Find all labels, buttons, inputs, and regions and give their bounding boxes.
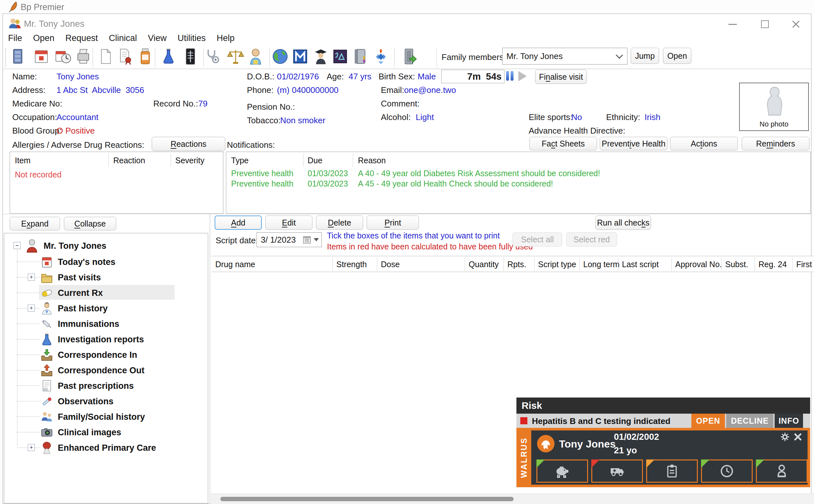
tree-item-family-social-history[interactable]: Family/Social history <box>40 409 145 424</box>
patient-list-icon[interactable] <box>9 48 26 65</box>
walrus-ambulance-tile[interactable] <box>591 459 643 483</box>
timer-play-button[interactable] <box>518 71 527 81</box>
maximize-button[interactable] <box>758 19 772 30</box>
add-button[interactable]: Add <box>215 216 262 230</box>
medicolegal-scales-icon[interactable] <box>227 48 244 65</box>
anatomy-3d-icon[interactable] <box>331 48 349 65</box>
open-button[interactable]: Open <box>663 48 691 64</box>
allergies-col-reaction[interactable]: Reaction <box>113 156 145 165</box>
mims-icon[interactable] <box>291 48 309 65</box>
col-long-term[interactable]: Long term <box>583 260 620 269</box>
col-drug-name[interactable]: Drug name <box>215 260 255 269</box>
tree-item-enhanced-primary-care[interactable]: Enhanced Primary Care <box>40 440 156 455</box>
dropdown-arrow-icon[interactable] <box>314 238 319 241</box>
col-approval-no[interactable]: Approval No. <box>675 260 722 269</box>
timer-pause-button[interactable] <box>506 71 514 81</box>
tree-item-todays-notes[interactable]: Today's notes <box>40 255 115 269</box>
col-subst[interactable]: Subst. <box>725 260 748 269</box>
tree-item-observations[interactable]: Observations <box>40 394 114 409</box>
tree-item-past-history[interactable]: Past history <box>40 301 108 316</box>
select-red-button[interactable]: Select red <box>566 232 617 247</box>
col-first-script[interactable]: First s <box>796 260 814 269</box>
menu-open[interactable]: Open <box>28 32 60 45</box>
close-patient-door-icon[interactable] <box>401 48 418 65</box>
collapse-button[interactable]: Collapse <box>64 217 116 230</box>
walrus-tasks-tile[interactable] <box>646 459 698 483</box>
letter-certificate-icon[interactable] <box>117 48 134 65</box>
tree-item-current-rx[interactable]: Current Rx <box>40 286 103 300</box>
jump-button[interactable]: Jump <box>631 48 659 64</box>
print-button[interactable]: Print <box>367 216 419 230</box>
child-patient-icon[interactable] <box>247 48 264 65</box>
delete-button[interactable]: Delete <box>316 216 363 230</box>
internet-globe-icon[interactable] <box>271 48 289 65</box>
tree-expander[interactable] <box>28 444 35 451</box>
risk-decline-button[interactable]: DECLINE <box>726 414 773 428</box>
references-book-icon[interactable] <box>351 48 369 65</box>
stethoscope-icon[interactable] <box>204 48 222 65</box>
reactions-button[interactable]: Reactions <box>152 137 225 151</box>
tree-item-past-visits[interactable]: Past visits <box>40 270 101 285</box>
tree-item-investigation-reports[interactable]: Investigation reports <box>40 332 144 347</box>
walrus-finance-tile[interactable] <box>536 459 588 483</box>
risk-open-button[interactable]: OPEN <box>691 414 725 428</box>
pathology-flask-icon[interactable] <box>160 48 177 65</box>
new-document-icon[interactable] <box>97 48 114 65</box>
col-reg-24[interactable]: Reg. 24 <box>758 260 787 269</box>
menu-utilities[interactable]: Utilities <box>172 32 211 45</box>
reminders-button[interactable]: Reminders <box>742 137 809 150</box>
tree-item-clinical-images[interactable]: Clinical images <box>40 425 121 440</box>
risk-info-button[interactable]: INFO <box>775 414 803 428</box>
select-all-button[interactable]: Select all <box>513 232 562 247</box>
finalise-visit-button[interactable]: Finalise visit <box>535 70 587 84</box>
col-quantity[interactable]: Quantity <box>469 260 499 269</box>
preventive-health-button[interactable]: Preventive Health <box>600 137 667 150</box>
walrus-history-tile[interactable] <box>701 459 753 483</box>
horizontal-scrollbar-thumb[interactable] <box>220 497 514 501</box>
run-all-checks-button[interactable]: Run all checks <box>595 216 651 230</box>
prescription-bottle-icon[interactable] <box>137 48 154 65</box>
minimize-button[interactable] <box>726 19 740 30</box>
allergies-col-severity[interactable]: Severity <box>175 156 204 165</box>
allergies-col-item[interactable]: Item <box>15 156 31 165</box>
patient-education-icon[interactable] <box>312 48 330 65</box>
tree-expander[interactable] <box>28 274 35 281</box>
col-last-script[interactable]: Last script <box>622 260 659 269</box>
expand-button[interactable]: Expand <box>10 217 60 230</box>
col-script-type[interactable]: Script type <box>538 260 576 269</box>
horizontal-scrollbar-track[interactable] <box>211 494 814 504</box>
bp-diamond-icon[interactable] <box>372 48 390 65</box>
close-button[interactable] <box>789 19 803 30</box>
notifications-col-due[interactable]: Due <box>308 156 322 165</box>
walrus-close-icon[interactable] <box>793 432 802 441</box>
actions-button[interactable]: Actions <box>670 137 738 150</box>
col-dose[interactable]: Dose <box>381 260 400 269</box>
tree-expander[interactable] <box>14 242 21 249</box>
family-members-select[interactable]: Mr. Tony Jones <box>502 48 627 65</box>
walrus-settings-icon[interactable] <box>780 432 789 441</box>
col-strength[interactable]: Strength <box>336 260 367 269</box>
menu-clinical[interactable]: Clinical <box>103 32 142 45</box>
menu-file[interactable]: File <box>3 32 28 45</box>
menu-help[interactable]: Help <box>211 32 240 45</box>
menu-view[interactable]: View <box>142 32 172 45</box>
appointment-book-icon[interactable] <box>54 48 72 65</box>
tree-expander[interactable] <box>28 305 35 312</box>
appointment-calendar-icon[interactable] <box>33 48 50 65</box>
tree-item-past-prescriptions[interactable]: Past prescriptions <box>40 378 134 393</box>
imaging-xray-icon[interactable] <box>182 48 199 65</box>
notifications-col-type[interactable]: Type <box>231 156 249 165</box>
script-date-field[interactable]: 3/ 1/2023 <box>257 232 322 247</box>
walrus-profile-tile[interactable] <box>756 459 808 483</box>
edit-button[interactable]: Edit <box>265 216 312 230</box>
menu-request[interactable]: Request <box>60 32 104 45</box>
tree-item-patient[interactable]: Mr. Tony Jones <box>25 238 107 253</box>
splitter[interactable] <box>210 214 210 504</box>
tree-item-correspondence-out[interactable]: Correspondence Out <box>40 363 145 378</box>
notifications-col-reason[interactable]: Reason <box>358 156 386 165</box>
col-rpts[interactable]: Rpts. <box>507 260 526 269</box>
tree-item-correspondence-in[interactable]: Correspondence In <box>40 348 137 362</box>
fact-sheets-button[interactable]: Fact Sheets <box>529 137 597 150</box>
tree-item-immunisations[interactable]: Immunisations <box>40 317 119 331</box>
printer-icon[interactable] <box>75 48 92 65</box>
